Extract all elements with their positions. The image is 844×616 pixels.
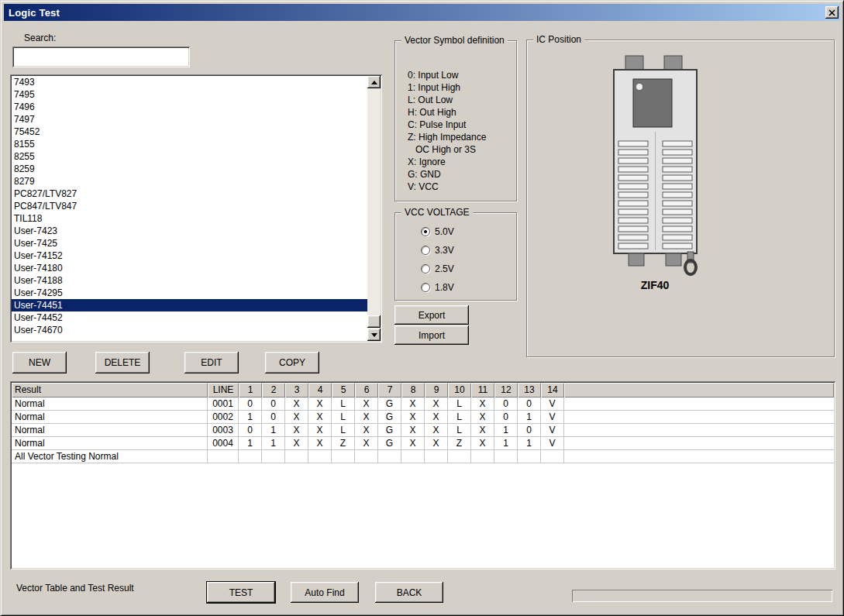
vector-symbol-group-title: Vector Symbol definition	[401, 35, 508, 46]
scroll-up-button[interactable]	[367, 76, 381, 88]
delete-button[interactable]: DELETE	[95, 352, 150, 373]
table-row[interactable]: Normal000411XXZXGXXZX11V	[12, 437, 834, 450]
radio-icon	[421, 246, 430, 255]
summary-row: All Vector Testing Normal	[12, 450, 834, 463]
result-cell: All Vector Testing Normal	[12, 450, 208, 463]
test-button[interactable]: TEST	[207, 582, 275, 603]
vector-cell: X	[471, 437, 494, 450]
result-table-body: Normal000100XXLXGXXLX00VNormal000210XXLX…	[12, 397, 834, 463]
list-item[interactable]: 8155	[12, 138, 367, 150]
list-item[interactable]: User-74451	[12, 299, 367, 311]
list-item[interactable]: 7493	[12, 76, 367, 88]
list-item[interactable]: User-7423	[12, 225, 367, 237]
vector-cell: G	[378, 424, 401, 437]
table-row[interactable]: Normal000210XXLXGXXLX01V	[12, 411, 834, 424]
vector-cell: 0	[518, 397, 541, 411]
list-item[interactable]: 75452	[12, 126, 367, 138]
table-row[interactable]: Normal000301XXLXGXXLX10V	[12, 424, 834, 437]
list-item[interactable]: TIL118	[12, 212, 367, 225]
vector-cell: L	[448, 424, 471, 437]
list-item[interactable]: User-74452	[12, 311, 367, 324]
vector-cell	[541, 450, 564, 463]
vector-cell: G	[378, 411, 401, 424]
list-item[interactable]: User-7425	[12, 237, 367, 249]
column-header: 11	[471, 383, 494, 397]
close-icon	[828, 9, 835, 16]
vcc-option[interactable]: 2.5V	[395, 260, 516, 278]
search-input[interactable]	[12, 46, 190, 67]
back-button[interactable]: BACK	[375, 582, 443, 603]
zif-socket-image	[601, 54, 709, 279]
window-title: Logic Test	[9, 7, 60, 19]
list-item[interactable]: PC847/LTV847	[12, 200, 367, 212]
vector-cell	[518, 450, 541, 463]
vector-cell: X	[471, 424, 494, 437]
new-button[interactable]: NEW	[12, 352, 67, 373]
edit-button[interactable]: EDIT	[184, 352, 239, 373]
auto-find-button[interactable]: Auto Find	[291, 582, 359, 603]
vector-cell: 1	[518, 411, 541, 424]
vector-cell: X	[425, 424, 448, 437]
vector-symbol-line: G: GND	[408, 168, 513, 181]
import-button[interactable]: Import	[394, 325, 469, 345]
column-header: 8	[401, 383, 425, 397]
vector-cell: 1	[262, 437, 285, 450]
list-item[interactable]: 7495	[12, 88, 367, 101]
scrollbar-thumb[interactable]	[367, 315, 381, 328]
vector-cell: 0	[494, 397, 518, 411]
list-item[interactable]: 8259	[12, 163, 367, 175]
list-item[interactable]: User-74180	[12, 262, 367, 274]
vcc-option[interactable]: 5.0V	[395, 222, 516, 241]
vector-symbol-line: C: Pulse Input	[408, 119, 513, 131]
vcc-option[interactable]: 3.3V	[395, 241, 516, 260]
vector-cell: V	[541, 397, 564, 411]
vector-symbol-lines: 0: Input Low1: Input HighL: Out LowH: Ou…	[408, 69, 513, 193]
vector-cell: V	[541, 437, 564, 450]
list-item[interactable]: User-74670	[12, 324, 367, 336]
vector-cell: X	[308, 437, 332, 450]
list-item[interactable]: User-74295	[12, 287, 367, 299]
column-header: 1	[239, 383, 262, 397]
vector-cell	[285, 450, 308, 463]
vector-cell: G	[378, 437, 401, 450]
vector-symbol-line: L: Out Low	[408, 94, 513, 106]
list-item[interactable]: 8279	[12, 175, 367, 188]
search-label: Search:	[24, 33, 56, 43]
result-cell: Normal	[12, 397, 208, 411]
scroll-down-button[interactable]	[367, 329, 381, 341]
arrow-down-icon	[371, 333, 377, 337]
vector-cell: L	[332, 397, 355, 411]
table-row[interactable]: Normal000100XXLXGXXLX00V	[12, 397, 834, 411]
column-header: 9	[425, 383, 448, 397]
row-filler	[564, 437, 834, 450]
list-item[interactable]: 8255	[12, 150, 367, 163]
vector-symbol-line: 0: Input Low	[408, 69, 513, 81]
result-cell: Normal	[12, 424, 208, 437]
list-item[interactable]: 7497	[12, 113, 367, 126]
vector-cell: 1	[239, 437, 262, 450]
list-item[interactable]: PC827/LTV827	[12, 188, 367, 200]
export-button[interactable]: Export	[394, 305, 469, 325]
vector-cell: X	[401, 437, 425, 450]
ic-position-group-title: IC Position	[533, 34, 584, 46]
device-list-items: 7493749574967497754528155825582598279PC8…	[12, 76, 367, 341]
column-header: 2	[262, 383, 285, 397]
list-item[interactable]: User-74152	[12, 249, 367, 262]
scrollbar-track[interactable]	[367, 88, 381, 329]
column-header: 13	[518, 383, 541, 397]
vector-cell: 1	[518, 437, 541, 450]
column-header: 3	[285, 383, 308, 397]
column-header: 12	[494, 383, 518, 397]
close-button[interactable]	[825, 6, 839, 19]
list-item[interactable]: 7496	[12, 101, 367, 113]
vector-cell: 0	[262, 411, 285, 424]
vector-cell	[494, 450, 518, 463]
progress-bar	[572, 590, 832, 602]
vcc-option[interactable]: 1.8V	[395, 278, 516, 297]
copy-button[interactable]: COPY	[265, 352, 319, 373]
vector-cell: X	[471, 397, 494, 411]
device-list: 7493749574967497754528155825582598279PC8…	[10, 74, 382, 342]
list-item[interactable]: User-74188	[12, 274, 367, 287]
vector-cell: 0	[239, 397, 262, 411]
radio-icon	[421, 264, 430, 274]
